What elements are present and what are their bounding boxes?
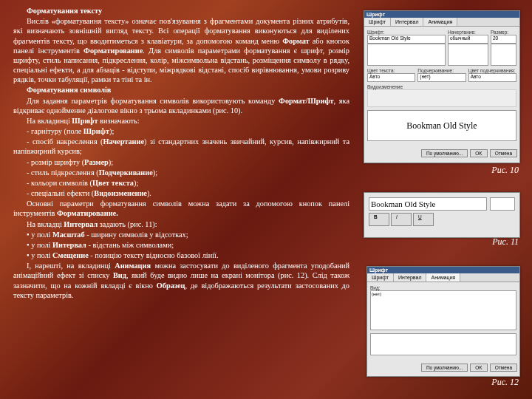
font-combo[interactable]: Bookman Old Style bbox=[369, 197, 487, 211]
tab-interval[interactable]: Интервал bbox=[394, 273, 426, 282]
list-item: - спосіб накреслення (Начертание) зі ста… bbox=[13, 137, 349, 156]
label-color: Цвет текста: bbox=[367, 68, 415, 73]
tab-animation[interactable]: Анимация bbox=[426, 273, 460, 282]
label-underline: Подчеркивание: bbox=[417, 68, 466, 73]
tab-font[interactable]: Шрифт bbox=[364, 18, 391, 26]
font-dialog-fig10: Шрифт Шрифт Интервал Анимация Шрифт: Boo… bbox=[364, 10, 520, 163]
body-text: Форматування тексту Вислів «форматування… bbox=[13, 6, 349, 301]
color-select[interactable]: Авто bbox=[367, 73, 415, 82]
size-combo[interactable] bbox=[490, 197, 515, 211]
dialog-title: Шрифт bbox=[364, 11, 519, 18]
style-input[interactable]: обычный bbox=[448, 35, 488, 44]
ok-button[interactable]: OK bbox=[470, 149, 487, 157]
animation-list[interactable]: (нет) bbox=[370, 290, 516, 330]
list-item: - розмір шрифту (Размер); bbox=[13, 157, 349, 167]
list-item: • у полі Масштаб - ширину символів у від… bbox=[13, 230, 349, 239]
cancel-button[interactable]: Отмена bbox=[490, 149, 517, 157]
label-style: Начертание: bbox=[448, 30, 488, 35]
caption-fig12: Рис. 12 bbox=[491, 377, 519, 388]
list-item: - кольори символів (Цвет текста); bbox=[13, 178, 349, 188]
font-dialog-fig12: Шрифт Шрифт Интервал Анимация Вид: (нет)… bbox=[366, 266, 520, 377]
formatting-toolbar-fig11: Bookman Old Style B I U bbox=[364, 192, 520, 238]
tab-interval[interactable]: Интервал bbox=[391, 18, 423, 26]
font-list[interactable] bbox=[367, 44, 446, 66]
list-item: - гарнітуру (поле Шрифт); bbox=[13, 126, 349, 136]
underline-button[interactable]: U bbox=[413, 213, 434, 226]
heading-1: Форматування тексту bbox=[13, 6, 349, 16]
size-input[interactable]: 20 bbox=[491, 35, 516, 44]
para: Основні параметри форматування символів … bbox=[13, 199, 349, 218]
italic-button[interactable]: I bbox=[391, 213, 412, 226]
style-list[interactable] bbox=[448, 44, 488, 66]
label-size: Размер: bbox=[491, 30, 516, 35]
ok-button[interactable]: OK bbox=[470, 364, 487, 372]
para: На вкладці Интервал задають (рис. 11): bbox=[13, 219, 349, 229]
tab-strip: Шрифт Интервал Анимация bbox=[364, 18, 519, 27]
size-list[interactable] bbox=[491, 44, 516, 66]
heading-2: Форматування символів bbox=[13, 85, 349, 95]
tab-animation[interactable]: Анимация bbox=[423, 18, 457, 26]
tab-strip: Шрифт Интервал Анимация bbox=[367, 273, 519, 282]
preview-box: Bookman Old Style bbox=[367, 110, 516, 141]
font-input[interactable]: Bookman Old Style bbox=[367, 35, 446, 44]
tab-font[interactable]: Шрифт bbox=[367, 273, 394, 282]
cancel-button[interactable]: Отмена bbox=[490, 364, 517, 372]
dialog-title: Шрифт bbox=[367, 267, 519, 273]
para: Вислів «форматування тексту» означає пов… bbox=[13, 16, 349, 84]
underline-select[interactable]: (нет) bbox=[417, 73, 466, 82]
para: На вкладинці Шрифт визначають: bbox=[13, 116, 349, 126]
label-effects: Видоизменение bbox=[367, 84, 516, 89]
label-ucolor: Цвет подчеркивания: bbox=[468, 68, 516, 73]
para: І, нарешті, на вкладинці Анимация можна … bbox=[13, 261, 349, 300]
label-font: Шрифт: bbox=[367, 30, 446, 35]
caption-fig11: Рис. 11 bbox=[492, 236, 519, 248]
default-button[interactable]: По умолчанию... bbox=[421, 149, 468, 157]
ucolor-select[interactable]: Авто bbox=[468, 73, 516, 82]
bold-button[interactable]: B bbox=[369, 213, 389, 226]
para: Для задання параметрів форматування симв… bbox=[13, 96, 349, 115]
list-item: • у полі Интервал - відстань між символа… bbox=[13, 240, 349, 250]
caption-fig10: Рис. 10 bbox=[491, 165, 519, 176]
default-button[interactable]: По умолчанию... bbox=[421, 364, 468, 372]
label-vid: Вид: bbox=[370, 285, 516, 290]
list-item: • у полі Смещение - позицію тексту відно… bbox=[13, 250, 349, 260]
preview-box bbox=[370, 333, 516, 355]
effects-checkboxes[interactable] bbox=[367, 89, 516, 107]
list-item: - спеціальні ефекти (Видоизменение). bbox=[13, 188, 349, 198]
list-item: - стиль підкреслення (Подчеркивание); bbox=[13, 168, 349, 177]
